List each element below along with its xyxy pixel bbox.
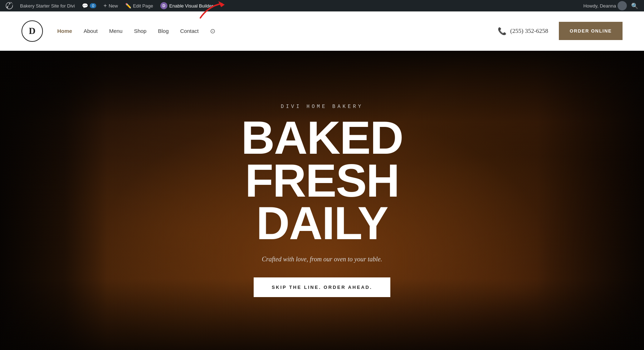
hero-description: Crafted with love, from our oven to your… — [175, 256, 469, 263]
admin-search-icon[interactable]: 🔍 — [628, 3, 641, 9]
comment-icon: 💬 — [82, 3, 88, 9]
pencil-icon: ✏️ — [125, 3, 131, 9]
hero-title-line2: DAILY — [256, 197, 388, 249]
hero-subtitle: DIVI HOME BAKERY — [175, 104, 469, 109]
hero-cta-button[interactable]: SKIP THE LINE. ORDER AHEAD. — [254, 277, 390, 297]
avatar — [618, 1, 627, 10]
wp-logo-item[interactable] — [3, 0, 16, 11]
new-item[interactable]: + New — [101, 0, 121, 11]
header-right: 📞 (255) 352-6258 ORDER ONLINE — [498, 22, 623, 40]
howdy-text: Howdy, Deanna — [583, 3, 616, 9]
site-header: D Home About Menu Shop Blog Contact ⊙ 📞 … — [0, 11, 644, 51]
logo-circle: D — [21, 20, 43, 42]
phone-number: (255) 352-6258 — [510, 28, 548, 35]
hero-title: BAKED FRESH DAILY — [175, 117, 469, 245]
nav-shop[interactable]: Shop — [134, 28, 146, 34]
comments-count: 0 — [90, 3, 96, 8]
nav-about[interactable]: About — [84, 28, 98, 34]
nav-menu[interactable]: Menu — [109, 28, 123, 34]
nav-blog[interactable]: Blog — [158, 28, 169, 34]
nav-search-icon[interactable]: ⊙ — [210, 27, 215, 35]
visual-builder-item[interactable]: D Enable Visual Builder — [157, 0, 216, 11]
logo[interactable]: D — [21, 20, 43, 42]
hero-content: DIVI HOME BAKERY BAKED FRESH DAILY Craft… — [161, 104, 483, 297]
comments-item[interactable]: 💬 0 — [79, 0, 99, 11]
nav-home[interactable]: Home — [57, 28, 72, 34]
admin-bar-right: Howdy, Deanna 🔍 — [583, 1, 641, 10]
nav-contact[interactable]: Contact — [180, 28, 199, 34]
divi-icon: D — [160, 2, 167, 9]
admin-bar: Bakery Starter Site for Divi 💬 0 + New ✏… — [0, 0, 644, 11]
hero-section: DIVI HOME BAKERY BAKED FRESH DAILY Craft… — [0, 51, 644, 350]
edit-page-item[interactable]: ✏️ Edit Page — [122, 0, 156, 11]
site-name-item[interactable]: Bakery Starter Site for Divi — [17, 0, 78, 11]
phone-wrap: 📞 (255) 352-6258 — [498, 27, 548, 35]
order-online-button[interactable]: ORDER ONLINE — [559, 22, 623, 40]
phone-icon: 📞 — [498, 27, 507, 35]
hero-title-line1: BAKED FRESH — [241, 112, 403, 207]
svg-marker-0 — [218, 1, 225, 7]
main-nav: Home About Menu Shop Blog Contact ⊙ — [57, 27, 498, 35]
plus-icon: + — [103, 3, 107, 9]
